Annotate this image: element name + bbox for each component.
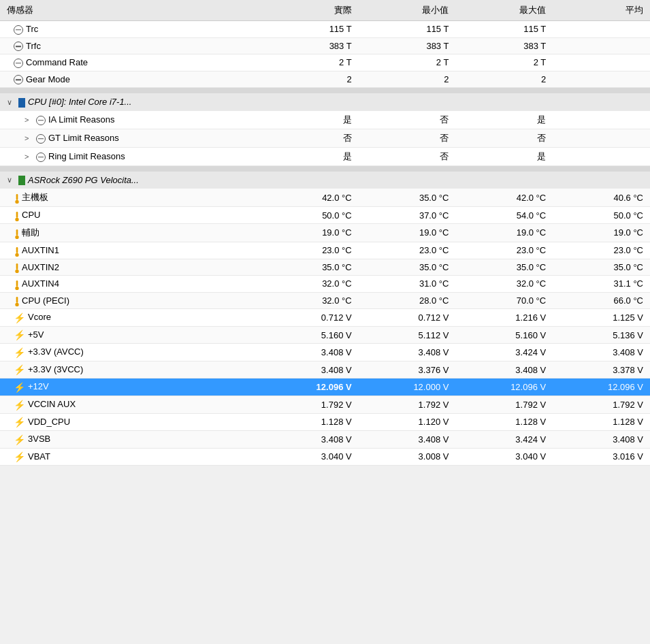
table-row[interactable]: Trfc383 T383 T383 T xyxy=(0,37,650,54)
table-row[interactable]: Trc115 T115 T115 T xyxy=(0,21,650,38)
sensor-min: 2 xyxy=(359,71,456,88)
thermometer-icon xyxy=(14,246,19,256)
sensor-avg: 12.096 V xyxy=(553,379,650,396)
expand-icon[interactable]: > xyxy=(25,116,34,125)
bolt-icon: ⚡ xyxy=(14,382,25,393)
table-row[interactable]: ∨ASRock Z690 PG Velocita... xyxy=(0,172,650,189)
table-row[interactable]: ⚡3VSB3.408 V3.408 V3.424 V3.408 V xyxy=(0,431,650,449)
sensor-actual: 是 xyxy=(261,110,359,129)
sensor-name: Command Rate xyxy=(0,54,261,71)
table-row[interactable]: CPU (PECI)32.0 °C28.0 °C70.0 °C66.0 °C xyxy=(0,292,650,309)
expand-icon[interactable]: > xyxy=(25,134,34,144)
table-row[interactable]: ⚡Vcore0.712 V0.712 V1.216 V1.125 V xyxy=(0,309,650,327)
sensor-min: 0.712 V xyxy=(359,309,456,327)
sensor-name: >IA Limit Reasons xyxy=(0,110,261,129)
table-row[interactable]: >IA Limit Reasons是否是 xyxy=(0,110,650,129)
sensor-min: 否 xyxy=(359,147,456,165)
sensor-label: Gear Mode xyxy=(26,74,70,84)
table-row[interactable]: AUXTIN235.0 °C35.0 °C35.0 °C35.0 °C xyxy=(0,259,650,276)
table-row[interactable]: CPU50.0 °C37.0 °C54.0 °C50.0 °C xyxy=(0,207,650,224)
sensor-actual: 35.0 °C xyxy=(261,259,359,276)
table-row[interactable] xyxy=(0,165,650,172)
sensor-max: 1.216 V xyxy=(455,309,553,327)
bolt-icon: ⚡ xyxy=(14,312,25,323)
sensor-max: 是 xyxy=(455,110,553,129)
sensor-max: 70.0 °C xyxy=(455,292,553,309)
sensor-min: 1.120 V xyxy=(359,413,456,431)
sensor-avg: 31.1 °C xyxy=(553,276,650,293)
sensor-label: AUXTIN4 xyxy=(22,278,59,289)
sensor-avg: 40.6 °C xyxy=(553,189,650,207)
col-sensor: 傳感器 xyxy=(0,0,261,21)
svg-rect-9 xyxy=(16,246,18,253)
sensor-max: 12.096 V xyxy=(455,379,553,396)
col-max: 最大值 xyxy=(455,0,553,21)
table-row[interactable]: Gear Mode222 xyxy=(0,71,650,88)
sensor-actual: 0.712 V xyxy=(261,309,359,327)
sensor-actual: 50.0 °C xyxy=(261,207,359,224)
sensor-name: ⚡VDD_CPU xyxy=(0,413,261,431)
circle-icon xyxy=(14,59,23,68)
sensor-label: Command Rate xyxy=(26,57,88,67)
sensor-max: 2 T xyxy=(455,54,553,71)
sensor-avg: 3.408 V xyxy=(553,431,650,449)
table-row[interactable]: AUXTIN432.0 °C31.0 °C32.0 °C31.1 °C xyxy=(0,276,650,293)
sensor-name: >GT Limit Reasons xyxy=(0,129,261,147)
table-row[interactable]: ⚡+12V12.096 V12.000 V12.096 V12.096 V xyxy=(0,379,650,396)
sensor-min: 否 xyxy=(359,129,456,147)
section-name: CPU [#0]: Intel Core i7-1... xyxy=(28,97,131,107)
sensor-min: 35.0 °C xyxy=(359,259,456,276)
sensor-label: 3VSB xyxy=(28,434,50,444)
circle-icon xyxy=(36,116,46,125)
sensor-actual: 32.0 °C xyxy=(261,292,359,309)
sensor-actual: 1.792 V xyxy=(261,396,359,414)
table-row[interactable]: 主機板42.0 °C35.0 °C42.0 °C40.6 °C xyxy=(0,189,650,207)
sensor-max: 19.0 °C xyxy=(455,223,553,242)
table-row[interactable]: >Ring Limit Reasons是否是 xyxy=(0,147,650,165)
sensor-max: 115 T xyxy=(455,21,553,38)
sensor-name: 輔助 xyxy=(0,223,261,242)
sensor-max: 42.0 °C xyxy=(455,189,553,207)
table-row[interactable]: ⚡VBAT3.040 V3.008 V3.040 V3.016 V xyxy=(0,448,650,466)
sensor-label: VCCIN AUX xyxy=(28,399,76,409)
table-row[interactable] xyxy=(0,88,650,94)
bolt-icon: ⚡ xyxy=(14,400,25,410)
table-row[interactable]: ⚡+3.3V (AVCC)3.408 V3.408 V3.424 V3.408 … xyxy=(0,344,650,361)
svg-rect-0 xyxy=(16,194,18,200)
section-label: ∨CPU [#0]: Intel Core i7-1... xyxy=(0,94,650,111)
sensor-name: 主機板 xyxy=(0,189,261,207)
sensor-max: 否 xyxy=(455,129,553,147)
sensor-actual: 12.096 V xyxy=(261,379,359,396)
circle-icon xyxy=(14,42,23,51)
sensor-max: 383 T xyxy=(455,37,553,54)
sensor-avg: 1.128 V xyxy=(553,413,650,431)
sensor-label: +3.3V (3VCC) xyxy=(28,364,83,374)
bolt-icon: ⚡ xyxy=(14,364,25,375)
col-min: 最小值 xyxy=(359,0,456,21)
sensor-label: Trc xyxy=(26,24,38,34)
table-row[interactable]: Command Rate2 T2 T2 T xyxy=(0,54,650,71)
table-row[interactable]: ⚡+3.3V (3VCC)3.408 V3.376 V3.408 V3.378 … xyxy=(0,361,650,379)
sensor-name: CPU (PECI) xyxy=(0,292,261,309)
sensor-name: AUXTIN4 xyxy=(0,276,261,293)
sensor-min: 383 T xyxy=(359,37,456,54)
sensor-avg xyxy=(553,129,650,147)
table-row[interactable]: >GT Limit Reasons否否否 xyxy=(0,129,650,147)
section-color-icon xyxy=(18,176,25,185)
table-row[interactable]: ⚡VDD_CPU1.128 V1.120 V1.128 V1.128 V xyxy=(0,413,650,431)
sensor-label: AUXTIN2 xyxy=(22,262,59,272)
table-row[interactable]: ∨CPU [#0]: Intel Core i7-1... xyxy=(0,94,650,111)
expand-icon[interactable]: > xyxy=(25,152,34,162)
collapse-icon[interactable]: ∨ xyxy=(7,176,16,185)
table-row[interactable]: 輔助19.0 °C19.0 °C19.0 °C19.0 °C xyxy=(0,223,650,242)
table-row[interactable]: ⚡VCCIN AUX1.792 V1.792 V1.792 V1.792 V xyxy=(0,396,650,414)
table-row[interactable]: AUXTIN123.0 °C23.0 °C23.0 °C23.0 °C xyxy=(0,242,650,259)
circle-icon xyxy=(14,25,23,35)
sensor-name: ⚡VCCIN AUX xyxy=(0,396,261,414)
sensor-actual: 42.0 °C xyxy=(261,189,359,207)
sensor-avg: 19.0 °C xyxy=(553,223,650,242)
table-row[interactable]: ⚡+5V5.160 V5.112 V5.160 V5.136 V xyxy=(0,326,650,344)
sensor-name: AUXTIN1 xyxy=(0,242,261,259)
sensor-name: Trc xyxy=(0,21,261,38)
collapse-icon[interactable]: ∨ xyxy=(7,98,16,108)
